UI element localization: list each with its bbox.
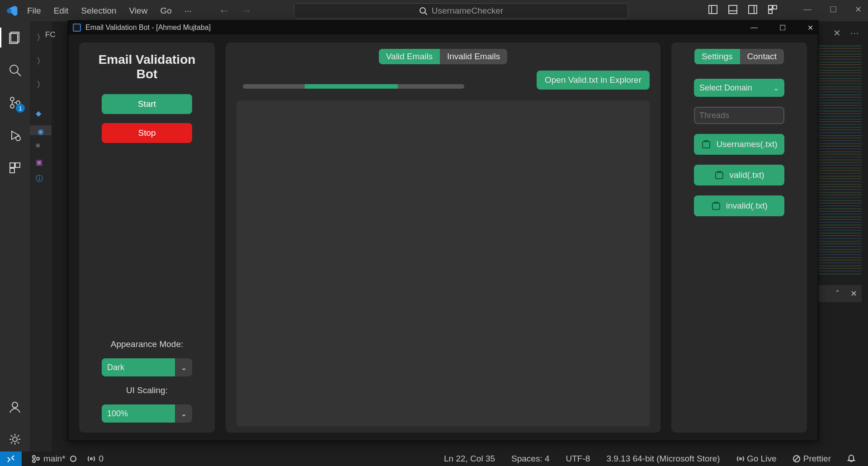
menu-more[interactable]: ··· [184, 6, 192, 16]
file-image-icon[interactable]: ▣ [36, 158, 46, 168]
svg-point-28 [90, 458, 92, 460]
app-window-title: Email Validation Bot - [Ahmed Mujtaba] [85, 24, 211, 32]
status-cursor[interactable]: Ln 22, Col 35 [444, 454, 495, 464]
svg-line-1 [425, 13, 427, 15]
chevron-right-icon[interactable]: 〉 [37, 79, 45, 90]
appearance-mode-value: Dark [102, 358, 175, 376]
invalid-file-button[interactable]: invalid(.txt) [694, 195, 784, 216]
svg-point-16 [10, 105, 14, 108]
ui-scaling-value: 100% [102, 404, 175, 423]
menu-selection[interactable]: Selection [81, 6, 116, 16]
file-python-icon[interactable]: ◉ [30, 125, 52, 135]
layout-panel-bottom-icon[interactable] [728, 5, 738, 14]
progress-fill [305, 84, 398, 89]
menu-file[interactable]: File [27, 6, 41, 16]
activity-explorer-icon[interactable] [7, 29, 23, 46]
file-diamond-icon[interactable]: ◆ [36, 109, 46, 119]
svg-rect-8 [769, 5, 772, 9]
tab-invalid-emails[interactable]: Invalid Emails [440, 49, 507, 64]
open-valid-explorer-button[interactable]: Open Valid.txt in Explorer [537, 71, 650, 90]
window-maximize-icon[interactable]: ☐ [830, 5, 837, 14]
svg-point-19 [16, 136, 20, 141]
svg-point-23 [12, 402, 18, 408]
vscode-activity-bar: 1 [0, 21, 30, 456]
ui-scaling-select[interactable]: 100% ⌄ [102, 404, 192, 423]
file-icon [714, 170, 725, 181]
activity-extensions-icon[interactable] [7, 160, 23, 176]
svg-point-0 [420, 8, 425, 13]
status-python[interactable]: 3.9.13 64-bit (Microsoft Store) [606, 454, 720, 464]
find-close-icon[interactable]: ✕ [850, 289, 857, 299]
status-encoding[interactable]: UTF-8 [566, 454, 590, 464]
activity-run-debug-icon[interactable] [7, 127, 23, 143]
ui-scaling-label: UI Scaling: [126, 385, 168, 395]
status-ports[interactable]: 0 [87, 454, 104, 464]
vscode-minimap[interactable] [816, 45, 862, 276]
activity-source-control-icon[interactable]: 1 [7, 95, 23, 111]
stop-button[interactable]: Stop [102, 123, 192, 143]
layout-sidebar-left-icon[interactable] [708, 5, 718, 14]
app-maximize-icon[interactable]: ☐ [779, 24, 786, 32]
broadcast-icon [736, 455, 745, 463]
app-window: Email Validation Bot - [Ahmed Mujtaba] —… [68, 20, 818, 441]
sync-icon[interactable] [69, 455, 77, 463]
status-remote-icon[interactable] [0, 452, 22, 466]
tab-settings[interactable]: Settings [694, 49, 740, 64]
status-prettier[interactable]: Prettier [793, 454, 831, 464]
email-tabs: Valid Emails Invalid Emails [379, 49, 507, 64]
menu-view[interactable]: View [129, 6, 148, 16]
usernames-file-button[interactable]: Usernames(.txt) [694, 134, 784, 155]
status-golive[interactable]: Go Live [736, 454, 777, 464]
menu-go[interactable]: Go [160, 6, 171, 16]
tab-valid-emails[interactable]: Valid Emails [379, 49, 440, 64]
invalid-file-label: invalid(.txt) [726, 201, 768, 211]
find-prev-icon[interactable]: ˄ [835, 289, 840, 299]
status-notifications-icon[interactable] [847, 454, 855, 464]
svg-rect-34 [712, 203, 720, 209]
activity-search-icon[interactable] [7, 62, 23, 78]
tab-close-icon[interactable]: ✕ [833, 28, 841, 38]
vscode-logo-icon [6, 5, 18, 17]
valid-file-button[interactable]: valid(.txt) [694, 165, 784, 185]
appearance-mode-select[interactable]: Dark ⌄ [102, 358, 192, 376]
tab-more-icon[interactable]: ⋯ [850, 28, 859, 38]
file-lines-icon[interactable]: ≡ [36, 142, 46, 152]
layout-sidebar-right-icon[interactable] [748, 5, 758, 14]
status-branch[interactable]: main* [32, 454, 77, 464]
app-minimize-icon[interactable]: — [750, 24, 758, 32]
activity-settings-gear-icon[interactable] [7, 431, 23, 447]
layout-customize-icon[interactable] [768, 5, 778, 14]
vscode-explorer-strip: FC 〉 〉 〉 ◆ ◉ ≡ ▣ ⓘ [30, 21, 52, 456]
app-close-icon[interactable]: ✕ [807, 24, 813, 32]
nav-forward-icon[interactable]: → [241, 4, 252, 18]
window-close-icon[interactable]: ✕ [855, 5, 862, 14]
start-button[interactable]: Start [102, 94, 192, 114]
chevron-right-icon[interactable]: 〉 [37, 32, 45, 43]
nav-back-icon[interactable]: ← [219, 4, 231, 18]
svg-rect-33 [716, 172, 723, 179]
app-icon [73, 24, 81, 32]
appearance-mode-label: Appearance Mode: [111, 339, 184, 349]
usernames-file-label: Usernames(.txt) [716, 139, 777, 149]
activity-account-icon[interactable] [7, 399, 23, 415]
status-spaces[interactable]: Spaces: 4 [511, 454, 550, 464]
chevron-right-icon[interactable]: 〉 [37, 56, 45, 67]
svg-rect-32 [703, 142, 710, 148]
file-icon [701, 139, 712, 150]
svg-rect-2 [709, 5, 717, 14]
domain-select[interactable]: Select Domain ⌄ [694, 79, 784, 97]
svg-marker-18 [12, 131, 19, 139]
results-log[interactable] [236, 100, 650, 426]
tab-contact[interactable]: Contact [740, 49, 784, 64]
threads-input[interactable] [694, 107, 784, 124]
svg-point-29 [740, 458, 741, 460]
file-icon [711, 200, 722, 211]
menu-edit[interactable]: Edit [54, 6, 69, 16]
app-title: Email Validation Bot [87, 52, 207, 81]
status-branch-label: main* [43, 454, 66, 464]
vscode-command-center[interactable]: UsernameChecker [294, 3, 628, 19]
window-minimize-icon[interactable]: — [803, 5, 811, 14]
file-info-icon[interactable]: ⓘ [36, 174, 46, 184]
chevron-down-icon: ⌄ [175, 358, 192, 376]
svg-point-13 [10, 65, 18, 73]
